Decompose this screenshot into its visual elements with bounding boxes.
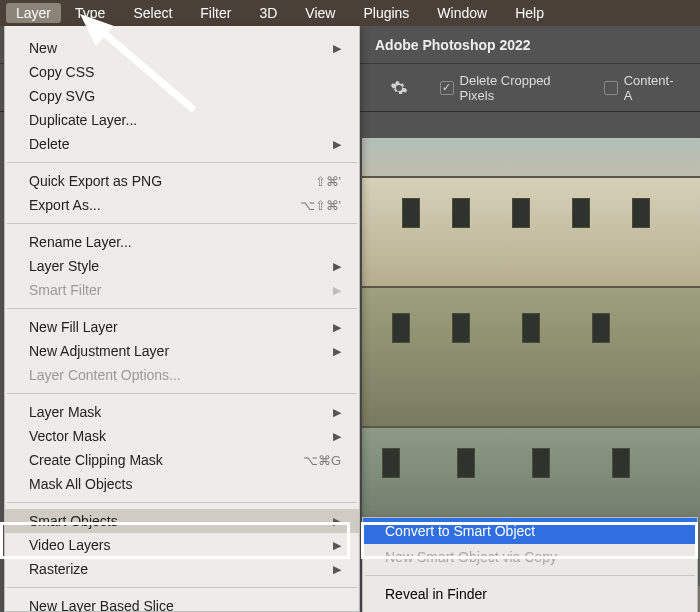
chevron-right-icon: ▶ <box>333 430 341 443</box>
menubar-item-window[interactable]: Window <box>433 3 491 23</box>
chevron-right-icon: ▶ <box>333 515 341 528</box>
menubar-item-select[interactable]: Select <box>129 3 176 23</box>
chevron-right-icon: ▶ <box>333 42 341 55</box>
menubar-item-plugins[interactable]: Plugins <box>359 3 413 23</box>
menu-delete[interactable]: Delete▶ <box>5 132 359 156</box>
menubar-item-type[interactable]: Type <box>71 3 109 23</box>
smart-objects-submenu: Convert to Smart Object New Smart Object… <box>362 517 698 612</box>
menu-layer-mask[interactable]: Layer Mask▶ <box>5 400 359 424</box>
content-aware-checkbox[interactable] <box>604 81 618 95</box>
menu-smart-filter: Smart Filter▶ <box>5 278 359 302</box>
menu-video-layers[interactable]: Video Layers▶ <box>5 533 359 557</box>
menu-duplicate-layer[interactable]: Duplicate Layer... <box>5 108 359 132</box>
menu-layer-content-options: Layer Content Options... <box>5 363 359 387</box>
submenu-reveal-in-finder[interactable]: Reveal in Finder <box>363 581 697 607</box>
menubar-item-view[interactable]: View <box>301 3 339 23</box>
menu-quick-export[interactable]: Quick Export as PNG⇧⌘' <box>5 169 359 193</box>
gear-icon[interactable] <box>390 79 408 97</box>
chevron-right-icon: ▶ <box>333 406 341 419</box>
chevron-right-icon: ▶ <box>333 539 341 552</box>
menu-export-as[interactable]: Export As...⌥⇧⌘' <box>5 193 359 217</box>
menu-rasterize[interactable]: Rasterize▶ <box>5 557 359 581</box>
layer-menu: New▶ Copy CSS Copy SVG Duplicate Layer..… <box>4 26 360 612</box>
content-aware-label: Content-A <box>624 73 680 103</box>
menubar-item-help[interactable]: Help <box>511 3 548 23</box>
menubar: Layer Type Select Filter 3D View Plugins… <box>0 0 700 26</box>
chevron-right-icon: ▶ <box>333 260 341 273</box>
app-title: Adobe Photoshop 2022 <box>375 37 531 53</box>
menu-new-layer-based-slice[interactable]: New Layer Based Slice <box>5 594 359 612</box>
delete-cropped-checkbox[interactable] <box>440 81 454 95</box>
delete-cropped-label: Delete Cropped Pixels <box>460 73 585 103</box>
chevron-right-icon: ▶ <box>333 138 341 151</box>
chevron-right-icon: ▶ <box>333 284 341 297</box>
submenu-convert-to-smart-object[interactable]: Convert to Smart Object <box>363 518 697 544</box>
menu-layer-style[interactable]: Layer Style▶ <box>5 254 359 278</box>
menu-copy-svg[interactable]: Copy SVG <box>5 84 359 108</box>
menu-smart-objects[interactable]: Smart Objects▶ <box>5 509 359 533</box>
menu-new-adjustment-layer[interactable]: New Adjustment Layer▶ <box>5 339 359 363</box>
chevron-right-icon: ▶ <box>333 563 341 576</box>
menu-vector-mask[interactable]: Vector Mask▶ <box>5 424 359 448</box>
menu-create-clipping-mask[interactable]: Create Clipping Mask⌥⌘G <box>5 448 359 472</box>
menubar-item-3d[interactable]: 3D <box>255 3 281 23</box>
menu-new[interactable]: New▶ <box>5 36 359 60</box>
menubar-item-filter[interactable]: Filter <box>196 3 235 23</box>
chevron-right-icon: ▶ <box>333 321 341 334</box>
menubar-item-layer[interactable]: Layer <box>6 3 61 23</box>
submenu-new-smart-object-via-copy: New Smart Object via Copy <box>363 544 697 570</box>
menu-new-fill-layer[interactable]: New Fill Layer▶ <box>5 315 359 339</box>
menu-rename-layer[interactable]: Rename Layer... <box>5 230 359 254</box>
chevron-right-icon: ▶ <box>333 345 341 358</box>
menu-copy-css[interactable]: Copy CSS <box>5 60 359 84</box>
menu-mask-all-objects[interactable]: Mask All Objects <box>5 472 359 496</box>
